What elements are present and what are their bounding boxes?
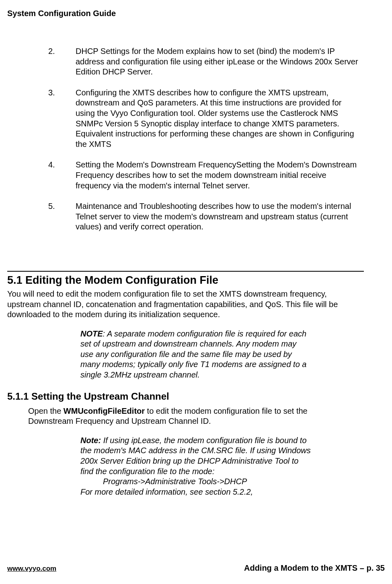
list-item: 5. Maintenance and Troubleshooting descr…: [48, 201, 364, 232]
section-paragraph: You will need to edit the modem configur…: [7, 289, 364, 320]
section-heading: 5.1 Editing the Modem Configuration File: [7, 274, 364, 287]
section-divider: [7, 271, 364, 272]
list-item-number: 3.: [48, 88, 76, 150]
subsection-paragraph: Open the WMUconfigFileEditor to edit the…: [28, 406, 364, 427]
note-block: NOTE: A separate modem configuration fil…: [80, 329, 308, 380]
list-item-text: DHCP Settings for the Modem explains how…: [76, 46, 364, 77]
note-block: Note: If using ipLease, the modem config…: [80, 435, 312, 497]
note-text-line1: If using ipLease, the modem configuratio…: [80, 436, 311, 476]
note-label: NOTE: [80, 329, 103, 338]
list-item-number: 4.: [48, 160, 76, 191]
note-label: Note:: [80, 436, 101, 445]
list-item: 3. Configuring the XMTS describes how to…: [48, 88, 364, 150]
list-item-number: 2.: [48, 46, 76, 77]
page-footer: www.vyyo.com Adding a Modem to the XMTS …: [7, 563, 385, 573]
footer-url-link[interactable]: www.vyyo.com: [7, 565, 56, 573]
note-text-line2: For more detailed information, see secti…: [80, 487, 253, 496]
page-header-title: System Configuration Guide: [7, 9, 364, 18]
para-text-bold: WMUconfigFileEditor: [64, 407, 145, 415]
list-item-number: 5.: [48, 201, 76, 232]
list-item: 2. DHCP Settings for the Modem explains …: [48, 46, 364, 77]
para-text-pre: Open the: [28, 407, 64, 415]
list-item-text: Setting the Modem's Downstream Frequency…: [76, 160, 364, 191]
footer-page-label: Adding a Modem to the XMTS – p. 35: [244, 563, 385, 573]
subsection-heading: 5.1.1 Setting the Upstream Channel: [7, 391, 364, 402]
note-text: : A separate modem configuration file is…: [80, 329, 306, 379]
numbered-list: 2. DHCP Settings for the Modem explains …: [48, 46, 364, 232]
list-item-text: Maintenance and Troubleshooting describe…: [76, 201, 364, 232]
list-item-text: Configuring the XMTS describes how to co…: [76, 88, 364, 150]
list-item: 4. Setting the Modem's Downstream Freque…: [48, 160, 364, 191]
note-indented-line: Programs->Administrative Tools->DHCP: [80, 477, 312, 487]
